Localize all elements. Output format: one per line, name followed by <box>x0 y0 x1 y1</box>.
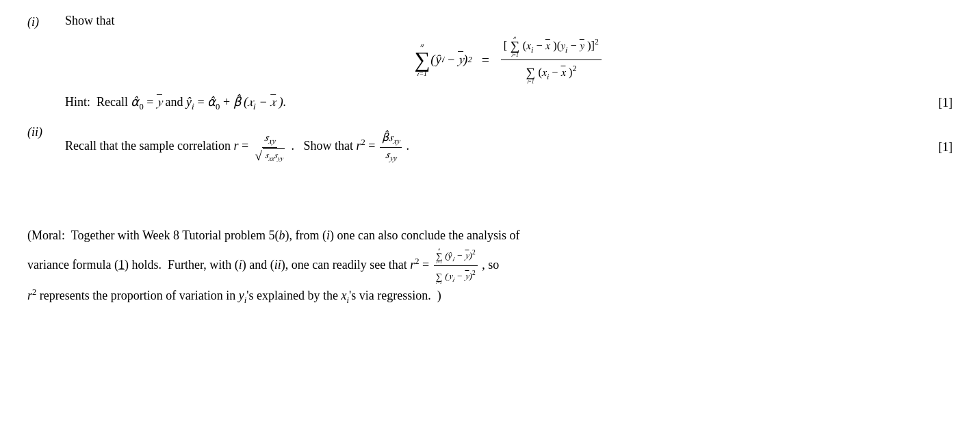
part-i: (i) Show that 𝑛 ∑ 𝑖=1 ( ŷ𝑖 − 𝑦 )2 <box>27 14 953 111</box>
mark-ii: [1] <box>938 140 953 155</box>
mark-i: [1] <box>938 96 953 110</box>
part-ii-content: Recall that the sample correlation r = 𝑠… <box>65 124 953 184</box>
part-ii: (ii) Recall that the sample correlation … <box>27 124 953 184</box>
part-i-label: (i) <box>27 14 65 29</box>
hint-text: Hint: Recall α̂0 = 𝑦 and ŷ𝑖 = α̂0 + β̂ (… <box>65 94 286 112</box>
sum-left: 𝑛 ∑ 𝑖=1 <box>414 42 430 77</box>
moral-text: (Moral: Together with Week 8 Tutorial pr… <box>27 225 953 307</box>
part-ii-line: Recall that the sample correlation r = 𝑠… <box>65 131 953 163</box>
hint-line: Hint: Recall α̂0 = 𝑦 and ŷ𝑖 = α̂0 + β̂ (… <box>65 94 953 112</box>
moral-section: (Moral: Together with Week 8 Tutorial pr… <box>27 225 953 307</box>
part-ii-text: Recall that the sample correlation r = 𝑠… <box>65 131 409 163</box>
part-ii-label: (ii) <box>27 124 65 140</box>
show-that-text: Show that <box>65 14 953 28</box>
main-equation: 𝑛 ∑ 𝑖=1 ( ŷ𝑖 − 𝑦 )2 = [ <box>65 35 953 85</box>
page: (i) Show that 𝑛 ∑ 𝑖=1 ( ŷ𝑖 − 𝑦 )2 <box>27 14 953 308</box>
fraction-right: [ 𝑛 ∑ 𝑖=1 (𝑥𝑖 − 𝑥 )(𝑦𝑖 − 𝑦 )]2 <box>501 35 602 85</box>
part-i-content: Show that 𝑛 ∑ 𝑖=1 ( ŷ𝑖 − 𝑦 )2 = <box>65 14 953 111</box>
